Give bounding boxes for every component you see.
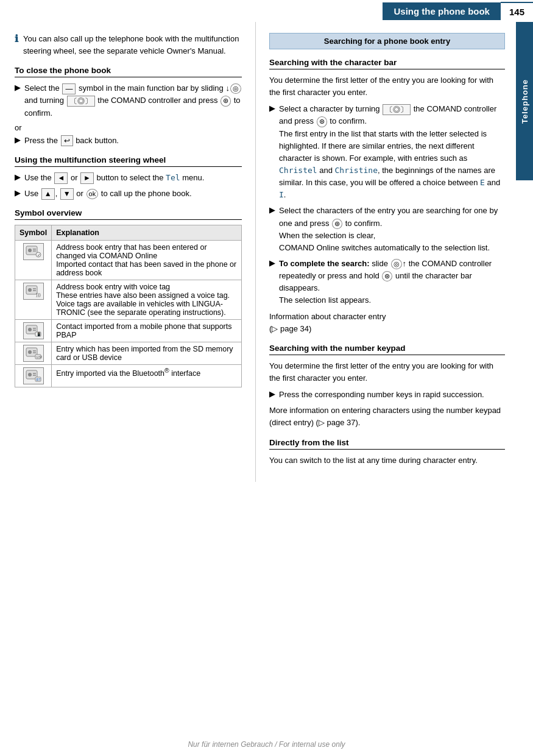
char-bar-intro: You determine the first letter of the en… — [269, 74, 505, 99]
svg-text:USB: USB — [36, 355, 42, 359]
close-bullet-2-text: Press the ↩ back button. — [24, 135, 119, 147]
multifunction-bullet-1-text: Use the ◄ or ► button to select the Tel … — [24, 172, 204, 184]
char-bar-bullet-2: ▶ Select the characters of the entry you… — [269, 205, 505, 254]
char-bar-info-link: Information about character entry (▷ pag… — [269, 311, 505, 335]
code-christine: Christine — [335, 166, 378, 175]
bullet-arrow-8: ▶ — [269, 389, 275, 398]
svg-text:))): ))) — [36, 292, 41, 297]
bullet-arrow-6: ▶ — [269, 205, 275, 214]
svg-point-1 — [28, 249, 32, 252]
svg-point-18 — [28, 350, 32, 354]
symbol-icon-2: ))) — [23, 283, 44, 300]
table-explanation-1: Address book entry that has been entered… — [52, 241, 242, 280]
table-explanation-2: Address book entry with voice tag These … — [52, 280, 242, 320]
multifunction-bullet-2-text: Use ▲, ▼ or ok to call up the phone book… — [24, 188, 192, 200]
table-explanation-3: Contact imported from a mobile phone tha… — [52, 320, 242, 342]
direct-list-intro: You can switch to the list at any time d… — [269, 454, 505, 467]
number-keypad-heading: Searching with the number keypad — [269, 344, 505, 355]
char-bar-bullet-1: ▶ Select a character by turning 〔◎〕 the … — [269, 103, 505, 201]
table-col-symbol: Symbol — [15, 225, 52, 241]
code-i: I — [279, 190, 284, 199]
content-area: ℹ You can also call up the telephone boo… — [0, 22, 533, 482]
multifunction-bullet-1: ▶ Use the ◄ or ► button to select the Te… — [15, 172, 242, 184]
symbol-circle-up: ◎ — [391, 259, 402, 269]
bullet-arrow-2: ▶ — [15, 135, 21, 144]
symbol-ok: ok — [86, 189, 99, 199]
table-row: 📱 Contact imported from a mobile phone t… — [15, 320, 242, 342]
code-e: E — [480, 178, 485, 187]
highlight-box: Searching for a phone book entry — [269, 33, 505, 49]
bluetooth-text: Entry imported via the Bluetooth® interf… — [56, 369, 200, 378]
close-bullet-1-text: Select the — symbol in the main function… — [24, 82, 242, 119]
header-title-text: Using the phone book — [394, 6, 490, 16]
table-row: BT Entry imported via the Bluetooth® int… — [15, 365, 242, 387]
info-icon: ℹ — [15, 33, 18, 44]
symbol-controller-2: 〔◎〕 — [383, 104, 411, 115]
bullet-arrow-1: ▶ — [15, 83, 21, 92]
symbol-press-3: ⊛ — [332, 219, 342, 229]
code-christel: Christel — [279, 166, 317, 175]
symbol-left: ◄ — [54, 172, 68, 183]
symbol-icon-1: ✓ — [23, 243, 44, 260]
symbol-cell-1: ✓ — [15, 241, 52, 280]
svg-text:BT: BT — [36, 378, 41, 381]
or-text: or — [15, 123, 242, 132]
close-section-heading: To close the phone book — [15, 66, 242, 77]
number-keypad-bullet-1: ▶ Press the corresponding number keys in… — [269, 389, 505, 401]
svg-point-7 — [28, 288, 32, 292]
char-bar-bullet-3: ▶ To complete the search: slide ◎↑ the C… — [269, 258, 505, 307]
symbol-cell-5: BT — [15, 365, 52, 387]
close-bullet-2: ▶ Press the ↩ back button. — [15, 135, 242, 147]
symbol-cell-3: 📱 — [15, 320, 52, 342]
table-explanation-4: Entry which has been imported from the S… — [52, 342, 242, 365]
char-bar-bullet-3-text: To complete the search: slide ◎↑ the COM… — [279, 258, 505, 307]
table-row: ✓ Address book entry that has been enter… — [15, 241, 242, 280]
multifunction-heading: Using the multifunction steering wheel — [15, 155, 242, 167]
char-bar-bullet-1-text: Select a character by turning 〔◎〕 the CO… — [279, 103, 505, 201]
header-title: Using the phone book — [383, 2, 501, 20]
symbol-press-1: ⊛ — [221, 96, 231, 106]
symbol-table: Symbol Explanation — [15, 225, 242, 387]
symbol-overview-heading: Symbol overview — [15, 208, 242, 220]
bullet-arrow-5: ▶ — [269, 104, 275, 113]
info-block: ℹ You can also call up the telephone boo… — [15, 33, 242, 57]
bullet-arrow-7: ▶ — [269, 258, 275, 267]
right-column: Searching for a phone book entry Searchi… — [256, 22, 516, 482]
close-bullet-1: ▶ Select the — symbol in the main functi… — [15, 82, 242, 119]
info-text: You can also call up the telephone book … — [23, 33, 242, 57]
symbol-cell-4: USB — [15, 342, 52, 365]
symbol-icon-4: USB — [23, 345, 44, 362]
symbol-back: ↩ — [61, 135, 73, 146]
tel-menu-code: Tel — [166, 173, 180, 182]
char-bar-heading: Searching with the character bar — [269, 58, 505, 69]
symbol-right: ► — [80, 172, 94, 183]
symbol-cell-2: ))) — [15, 280, 52, 320]
left-column: ℹ You can also call up the telephone boo… — [0, 22, 256, 482]
table-col-explanation: Explanation — [52, 225, 242, 241]
bullet-arrow-4: ▶ — [15, 188, 21, 197]
symbol-up: ▲ — [41, 188, 55, 199]
bullet-arrow-3: ▶ — [15, 172, 21, 182]
number-keypad-info-link: More information on entering characters … — [269, 404, 505, 429]
svg-point-24 — [28, 373, 32, 376]
footer: Nur für internen Gebrauch / For internal… — [0, 740, 533, 749]
symbol-icon-3: 📱 — [23, 322, 44, 339]
table-explanation-5: Entry imported via the Bluetooth® interf… — [52, 365, 242, 387]
table-row: USB Entry which has been imported from t… — [15, 342, 242, 365]
table-row: ))) Address book entry with voice tag Th… — [15, 280, 242, 320]
symbol-controller-left: 〔◎〕 — [67, 96, 95, 107]
direct-list-heading: Directly from the list — [269, 438, 505, 450]
symbol-press-4: ⊛ — [382, 271, 392, 281]
multifunction-bullet-2: ▶ Use ▲, ▼ or ok to call up the phone bo… — [15, 188, 242, 200]
svg-text:📱: 📱 — [37, 332, 41, 337]
symbol-minus: — — [62, 83, 76, 94]
telephone-tab: Telephone — [516, 22, 533, 180]
symbol-icon-5: BT — [23, 367, 44, 384]
char-bar-bullet-2-text: Select the characters of the entry you a… — [279, 205, 505, 254]
symbol-press-2: ⊛ — [317, 116, 327, 127]
svg-point-12 — [28, 328, 32, 331]
number-keypad-bullet-text: Press the corresponding number keys in r… — [279, 389, 484, 401]
symbol-circle-1: ◎ — [230, 83, 241, 94]
page-header: Using the phone book 145 — [0, 0, 533, 22]
symbol-down: ▼ — [60, 188, 74, 199]
